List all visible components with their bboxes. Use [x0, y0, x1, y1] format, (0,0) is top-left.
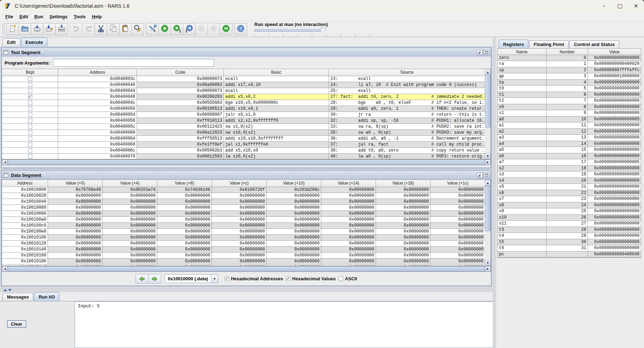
save-as-button[interactable] [43, 23, 56, 35]
register-value-cell[interactable]: 0x0000000000000000 [588, 55, 641, 61]
value-cell[interactable]: 0x00000000 [267, 259, 321, 265]
value-cell[interactable]: 0x00000000 [431, 253, 485, 259]
menu-tools[interactable]: Tools [71, 13, 89, 20]
value-cell[interactable]: 0x00000000 [103, 193, 157, 199]
value-cell[interactable]: 0x00000000 [376, 211, 431, 217]
scroll-up-icon[interactable]: ▲ [485, 69, 491, 75]
value-cell[interactable]: 0x00000000 [431, 223, 485, 229]
open-file-button[interactable] [19, 23, 31, 35]
frame-maximize-button[interactable] [484, 50, 489, 55]
divider-expand-down-icon[interactable] [8, 289, 12, 291]
value-cell[interactable]: 0x00000000 [157, 211, 212, 217]
scroll-left-icon[interactable]: ◀ [2, 160, 8, 165]
register-value-cell[interactable]: 0x0000000000000000 [588, 227, 641, 233]
value-cell[interactable]: 0x00000000 [376, 205, 431, 211]
register-value-cell[interactable]: 0x0000000000000005 [588, 159, 641, 166]
breakpoint-checkbox[interactable] [28, 142, 32, 147]
value-cell[interactable]: 0x00000000 [212, 253, 267, 259]
value-cell[interactable]: 0x00000000 [321, 205, 376, 211]
value-cell[interactable]: 0x00000000 [212, 229, 267, 235]
value-cell[interactable]: 0x00000000 [267, 217, 321, 223]
register-value-cell[interactable]: 0x0000000000000000 [588, 153, 641, 160]
scrollbar-thumb[interactable] [8, 160, 485, 165]
value-cell[interactable]: 0x00000000 [431, 235, 485, 241]
text-segment-titlebar[interactable]: Text Segment [2, 48, 491, 57]
scroll-right-icon[interactable]: ▶ [485, 266, 491, 272]
breakpoint-checkbox[interactable] [28, 119, 32, 123]
value-cell[interactable]: 0x00000000 [48, 241, 103, 247]
value-cell[interactable]: 0x00000000 [267, 247, 321, 253]
scrollbar-thumb[interactable] [485, 75, 491, 127]
value-cell[interactable]: 0x00000000 [157, 259, 212, 265]
tab-messages[interactable]: Messages [2, 293, 33, 301]
value-cell[interactable]: 0x00000000 [267, 235, 321, 241]
value-cell[interactable]: 0x00000000 [48, 259, 103, 265]
value-cell[interactable]: 0x6169726f [212, 187, 267, 193]
register-value-cell[interactable]: 0x0000000000400048 [588, 252, 641, 258]
find-replace-button[interactable] [131, 23, 144, 35]
scroll-up-icon[interactable]: ▲ [485, 180, 491, 186]
register-value-cell[interactable]: 0x0000000000000000 [588, 147, 641, 153]
register-value-cell[interactable]: 0x0000000000000000 [588, 221, 641, 227]
breakpoint-checkbox[interactable] [28, 125, 32, 129]
checkbox-icon[interactable]: ✓ [225, 276, 229, 281]
value-cell[interactable]: 0x75706e49 [48, 187, 103, 193]
combobox-arrow-icon[interactable]: ▼ [211, 275, 218, 283]
scroll-left-icon[interactable]: ◀ [2, 266, 8, 272]
checkbox-hexadecimal-addresses[interactable]: ✓Hexadecimal Addresses [225, 276, 283, 281]
breakpoint-checkbox[interactable] [28, 77, 32, 81]
value-cell[interactable]: 0x00000000 [103, 241, 157, 247]
paste-button[interactable] [119, 23, 132, 35]
copy-button[interactable] [107, 23, 119, 35]
save-file-button[interactable] [31, 23, 43, 35]
register-value-cell[interactable]: 0x0000000000000000 [588, 178, 641, 184]
dump-memory-button[interactable]: 0101 [55, 23, 68, 35]
maximize-button[interactable]: □ [612, 0, 628, 12]
breakpoint-checkbox[interactable]: ✓ [28, 95, 32, 99]
register-value-cell[interactable]: 0x0000000000000000 [588, 135, 641, 141]
value-cell[interactable]: 0x00000000 [212, 223, 267, 229]
value-cell[interactable]: 0x00000000 [431, 199, 485, 205]
value-cell[interactable]: 0x00000000 [157, 241, 212, 247]
menu-edit[interactable]: Edit [16, 13, 31, 20]
register-value-cell[interactable]: 0x0000000000000000 [588, 86, 641, 92]
register-value-cell[interactable]: 0x0000000000000000 [588, 104, 641, 111]
register-value-cell[interactable]: 0x0000000000000000 [588, 166, 641, 172]
divider-expand-up-icon[interactable] [4, 289, 7, 291]
value-cell[interactable]: 0x00000000 [157, 247, 212, 253]
value-cell[interactable]: 0x203d206c [267, 187, 321, 193]
tab-execute[interactable]: Execute [21, 38, 48, 46]
register-value-cell[interactable]: 0x0000000000000000 [588, 92, 641, 98]
run-speed-slider-thumb[interactable] [320, 28, 326, 33]
value-cell[interactable]: 0x00000000 [212, 205, 267, 211]
value-cell[interactable]: 0x00000000 [431, 211, 485, 217]
run-button[interactable] [158, 23, 171, 35]
value-cell[interactable]: 0x00000000 [376, 223, 431, 229]
value-cell[interactable]: 0x00000000 [376, 259, 431, 265]
value-cell[interactable]: 0x00000000 [321, 247, 376, 253]
register-value-cell[interactable]: 0x0000000000000000 [588, 245, 641, 252]
register-value-cell[interactable]: 0x0000000000000000 [588, 98, 641, 104]
data-segment-hscrollbar[interactable]: ◀ ▶ [2, 266, 491, 272]
value-cell[interactable]: 0x00000000 [376, 229, 431, 235]
value-cell[interactable]: 0x00203a74 [103, 187, 157, 193]
value-cell[interactable]: 0x00000000 [321, 199, 376, 205]
next-memory-button[interactable] [148, 274, 161, 283]
value-cell[interactable]: 0x00000000 [431, 193, 485, 199]
register-value-cell[interactable]: 0x0000000000000005 [588, 116, 641, 123]
frame-iconify-button[interactable] [477, 173, 483, 178]
value-cell[interactable]: 0x00000000 [103, 199, 157, 205]
text-segment-hscrollbar[interactable]: ◀ ▶ [2, 159, 491, 165]
menu-settings[interactable]: Settings [46, 13, 70, 20]
breakpoint-checkbox[interactable] [28, 89, 32, 93]
register-value-cell[interactable]: 0x000000007fffeffc [588, 67, 641, 74]
value-cell[interactable]: 0x00000000 [267, 229, 321, 235]
value-cell[interactable]: 0x00000000 [321, 253, 376, 259]
value-cell[interactable]: 0x00000000 [321, 211, 376, 217]
backstep-button[interactable]: 1 [183, 23, 196, 35]
value-cell[interactable]: 0x00000000 [376, 217, 431, 223]
horizontal-split-divider[interactable] [0, 288, 493, 292]
frame-maximize-button[interactable] [484, 173, 489, 178]
checkbox-icon[interactable] [338, 276, 343, 281]
run-io-output[interactable]: Input: 5 [75, 301, 493, 348]
